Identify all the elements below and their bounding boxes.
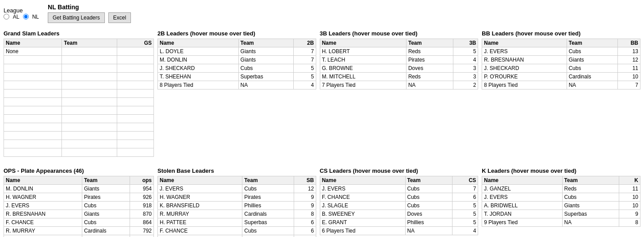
k-col-val: K bbox=[619, 176, 640, 185]
row-team: NA bbox=[405, 227, 452, 235]
row-val: 13 bbox=[618, 47, 640, 56]
row-name: J. EVERS bbox=[320, 185, 405, 193]
row-name: R. BRESNAHAN bbox=[4, 210, 82, 218]
row-team: Cubs bbox=[242, 227, 294, 235]
k-table: Name Team K J. GANZELReds11J. EVERSCubs1… bbox=[482, 176, 640, 227]
row-val: 11 bbox=[619, 185, 640, 193]
2b-col-team: Team bbox=[238, 39, 294, 47]
table-row: G. BROWNEDoves3 bbox=[320, 64, 478, 73]
row-name: H. WAGNER bbox=[158, 193, 242, 202]
row-val: 792 bbox=[130, 227, 153, 235]
row-name: H. LOBERT bbox=[158, 235, 242, 237]
row-team: Superbas bbox=[82, 235, 130, 237]
row-name: E. GRANT bbox=[320, 218, 405, 227]
row-name: J. SLAGLE bbox=[320, 202, 405, 210]
row-val: 3 bbox=[453, 64, 478, 73]
row-name: H. LOBERT bbox=[320, 47, 406, 56]
row-name: J. EVERS bbox=[158, 185, 242, 193]
row-team: Giants bbox=[562, 202, 619, 210]
row-team: Cubs bbox=[405, 193, 452, 202]
leaders-3b-title: 3B Leaders (hover mouse over tied) bbox=[320, 30, 479, 37]
table-row bbox=[4, 132, 154, 140]
al-radio[interactable] bbox=[4, 14, 9, 19]
row-val: 6 bbox=[294, 227, 316, 235]
row-team: Giants bbox=[238, 47, 294, 56]
table-row: H. LOBERTReds6 bbox=[158, 235, 316, 237]
row-name: J. SHECKARD bbox=[158, 64, 239, 73]
row-val: 10 bbox=[619, 202, 640, 210]
row-name: 8 Players Tied bbox=[158, 81, 239, 89]
table-row bbox=[4, 148, 154, 157]
3b-col-team: Team bbox=[406, 39, 453, 47]
row-val: 8 bbox=[294, 210, 316, 218]
row-val: 7 bbox=[294, 47, 316, 56]
ops-col-val: ops bbox=[130, 176, 153, 185]
table-row bbox=[4, 73, 154, 81]
2b-col-name: Name bbox=[158, 39, 239, 47]
row-name: B. SWEENEY bbox=[320, 210, 405, 218]
row-team: Cubs bbox=[405, 185, 452, 193]
row-name: J. EVERS bbox=[482, 47, 567, 56]
table-row bbox=[4, 115, 154, 123]
table-row: 8 Players TiedNA4 bbox=[158, 81, 316, 89]
leaders-bb-table: Name Team BB J. EVERSCubs13R. BRESNAHANG… bbox=[482, 39, 640, 89]
nl-batting-title: NL Batting bbox=[48, 4, 131, 11]
table-row: 6 Players TiedNA4 bbox=[320, 227, 478, 235]
table-row: 7 Players TiedNA2 bbox=[320, 81, 478, 89]
table-row: T. SHEEHANSuperbas772 bbox=[4, 235, 154, 237]
row-val: 12 bbox=[294, 185, 316, 193]
row-team: Cardinals bbox=[82, 227, 130, 235]
table-row bbox=[4, 106, 154, 115]
row-team: Cubs bbox=[238, 64, 294, 73]
grand-slam-title: Grand Slam Leaders bbox=[4, 30, 154, 37]
row-name: R. MURRAY bbox=[158, 210, 242, 218]
leaders-bb-title: BB Leaders (hover mouse over tied) bbox=[482, 30, 640, 37]
table-row: E. GRANTPhillies5 bbox=[320, 218, 478, 227]
row-name: H. PATTEE bbox=[158, 218, 242, 227]
row-team: Superbas bbox=[242, 218, 294, 227]
row-team: NA bbox=[406, 81, 453, 89]
table-row: J. GANZELReds11 bbox=[482, 185, 640, 193]
row-name: T. LEACH bbox=[320, 56, 406, 64]
get-batting-button[interactable]: Get Batting Leaders bbox=[48, 12, 105, 23]
row-team: Pirates bbox=[82, 193, 130, 202]
2b-col-val: 2B bbox=[294, 39, 316, 47]
row-val: 772 bbox=[130, 235, 153, 237]
row-team: Doves bbox=[406, 64, 453, 73]
row-name: T. SHEEHAN bbox=[4, 235, 82, 237]
row-name: T. JORDAN bbox=[482, 210, 562, 218]
row-val: 7 bbox=[452, 185, 478, 193]
ops-title: OPS - Plate Appearances (46) bbox=[4, 167, 154, 174]
row-team: Cubs bbox=[242, 185, 294, 193]
table-row: M. DONLINGiants954 bbox=[4, 185, 154, 193]
row-val: 864 bbox=[130, 218, 153, 227]
3b-col-name: Name bbox=[320, 39, 406, 47]
row-team: Giants bbox=[567, 56, 617, 64]
gs-team bbox=[62, 47, 117, 56]
table-row: B. SWEENEYDoves5 bbox=[320, 210, 478, 218]
table-row: T. JORDANSuperbas9 bbox=[482, 210, 640, 218]
table-row: F. CHANCECubs864 bbox=[4, 218, 154, 227]
row-team: Superbas bbox=[562, 210, 619, 218]
sb-col-val: SB bbox=[294, 176, 316, 185]
k-col-team: Team bbox=[562, 176, 619, 185]
row-val: 7 bbox=[294, 56, 316, 64]
table-row: F. CHANCECubs6 bbox=[158, 227, 316, 235]
row-name: R. BRESNAHAN bbox=[482, 56, 567, 64]
bb-col-val: BB bbox=[618, 39, 640, 47]
row-team: Phillies bbox=[405, 218, 452, 227]
table-row bbox=[4, 98, 154, 106]
row-val: 6 bbox=[294, 235, 316, 237]
table-row: J. EVERSCubs7 bbox=[320, 185, 478, 193]
row-name: 6 Players Tied bbox=[320, 227, 405, 235]
sb-col-team: Team bbox=[242, 176, 294, 185]
table-row: M. MITCHELLReds3 bbox=[320, 73, 478, 81]
row-name: M. DONLIN bbox=[158, 56, 239, 64]
nl-radio[interactable] bbox=[23, 14, 29, 19]
row-val: 6 bbox=[452, 193, 478, 202]
row-team: Cubs bbox=[562, 193, 619, 202]
row-val: 10 bbox=[618, 73, 640, 81]
table-row: J. SHECKARDCubs11 bbox=[482, 64, 640, 73]
excel-button[interactable]: Excel bbox=[108, 12, 131, 23]
row-name: J. SHECKARD bbox=[482, 64, 567, 73]
